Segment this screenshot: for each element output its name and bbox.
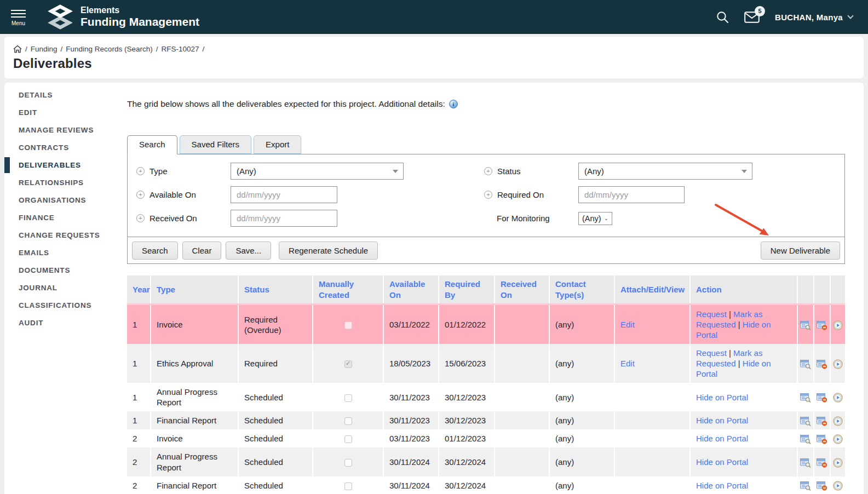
manually-created-checkbox[interactable] (344, 482, 352, 490)
open-record-icon[interactable] (800, 434, 811, 444)
sidebar-item-edit[interactable]: EDIT (4, 104, 127, 121)
column-header-required-by[interactable]: Required By (439, 275, 495, 305)
menu-button[interactable]: Menu (11, 8, 26, 26)
open-record-icon[interactable] (800, 359, 811, 369)
hide-on-portal-link[interactable]: Hide on Portal (696, 416, 748, 425)
remove-record-icon[interactable] (817, 359, 827, 369)
sidebar-item-audit[interactable]: AUDIT (4, 314, 127, 331)
sidebar-item-contracts[interactable]: CONTRACTS (4, 139, 127, 156)
hide-on-portal-link[interactable]: Hide on Portal (696, 457, 748, 467)
messages-button[interactable]: 5 (744, 12, 760, 23)
sidebar-nav: DETAILSEDITMANAGE REVIEWSCONTRACTSDELIVE… (4, 83, 127, 494)
brand[interactable]: Elements Funding Management (48, 4, 199, 30)
breadcrumb-funding-records[interactable]: Funding Records (Search) (66, 45, 152, 53)
sidebar-item-manage-reviews[interactable]: MANAGE REVIEWS (4, 122, 127, 139)
sidebar-item-documents[interactable]: DOCUMENTS (4, 262, 127, 279)
open-record-icon[interactable] (800, 416, 811, 426)
select-caret-icon: ⌄ (604, 215, 608, 221)
sidebar-item-emails[interactable]: EMAILS (4, 244, 127, 261)
hide-on-portal-link[interactable]: Hide on Portal (696, 393, 748, 402)
manually-created-checkbox[interactable] (344, 459, 352, 467)
edit-link[interactable]: Edit (620, 320, 635, 329)
search-button[interactable] (716, 11, 729, 24)
type-filter-dropdown[interactable]: (Any) (231, 163, 404, 180)
table-header-row: YearTypeStatusManually CreatedAvailable … (127, 275, 845, 305)
for-monitoring-select[interactable]: (Any) ⌄ (578, 212, 612, 225)
info-icon[interactable]: i (449, 100, 458, 108)
required-on-input[interactable] (578, 186, 685, 203)
history-icon[interactable] (833, 481, 843, 491)
manually-created-checkbox[interactable] (344, 360, 352, 368)
column-header-available-on[interactable]: Available On (383, 275, 439, 305)
sidebar-item-details[interactable]: DETAILS (4, 87, 127, 104)
hide-on-portal-link[interactable]: Hide on Portal (696, 481, 748, 490)
received-on-input[interactable] (231, 210, 337, 227)
hide-on-portal-link[interactable]: Hide on Portal (696, 434, 748, 443)
home-icon[interactable] (13, 45, 22, 53)
column-header-year[interactable]: Year (127, 275, 151, 305)
status-filter-dropdown[interactable]: (Any) (578, 163, 752, 180)
sidebar-item-organisations[interactable]: ORGANISATIONS (4, 192, 127, 209)
tab-saved-filters[interactable]: Saved Filters (180, 135, 252, 154)
breadcrumb-record-id[interactable]: RFS-10027 (161, 45, 199, 53)
breadcrumb-funding[interactable]: Funding (31, 45, 58, 53)
sidebar-item-relationships[interactable]: RELATIONSHIPS (4, 174, 127, 191)
sidebar-item-finance[interactable]: FINANCE (4, 209, 127, 226)
expand-received-on-filter-icon[interactable]: + (136, 214, 145, 222)
history-icon[interactable] (833, 458, 843, 468)
clear-button[interactable]: Clear (182, 242, 222, 260)
search-submit-button[interactable]: Search (132, 242, 178, 260)
manually-created-checkbox[interactable] (344, 394, 352, 402)
column-header-received-on[interactable]: Received On (495, 275, 549, 305)
sidebar-item-classifications[interactable]: CLASSIFICATIONS (4, 297, 127, 314)
history-icon[interactable] (833, 434, 843, 444)
remove-record-icon[interactable] (817, 393, 827, 403)
tab-export[interactable]: Export (254, 135, 301, 154)
expand-status-filter-icon[interactable]: + (484, 167, 492, 175)
remove-record-icon[interactable] (817, 434, 827, 444)
history-icon[interactable] (833, 393, 843, 403)
open-record-icon[interactable] (800, 393, 811, 403)
available-on-filter-label-row: + Available On (136, 190, 231, 199)
tab-search[interactable]: Search (127, 135, 177, 154)
column-header-status[interactable]: Status (238, 275, 313, 305)
remove-record-icon[interactable] (817, 481, 827, 491)
open-record-icon[interactable] (800, 320, 811, 330)
sidebar-item-journal[interactable]: JOURNAL (4, 279, 127, 296)
history-icon[interactable] (833, 416, 843, 426)
user-menu[interactable]: BUCHAN, Manya (775, 13, 853, 22)
column-header-contact-type-s[interactable]: Contact Type(s) (549, 275, 614, 305)
request-link[interactable]: Request (696, 348, 727, 358)
cell-history-icon (830, 429, 845, 447)
expand-required-on-filter-icon[interactable]: + (484, 191, 492, 199)
manually-created-checkbox[interactable] (344, 417, 352, 425)
column-header-manually-created[interactable]: Manually Created (313, 275, 383, 305)
remove-record-icon[interactable] (817, 416, 827, 426)
remove-record-icon[interactable] (817, 458, 827, 468)
new-deliverable-button[interactable]: New Deliverable (761, 242, 840, 260)
regenerate-schedule-button[interactable]: Regenerate Schedule (279, 242, 378, 260)
manually-created-checkbox[interactable] (344, 321, 352, 329)
expand-type-filter-icon[interactable]: + (136, 167, 145, 175)
column-header-attach-edit-view[interactable]: Attach/Edit/View (614, 275, 690, 305)
cell-attach-edit-view (614, 411, 690, 429)
main-card: DETAILSEDITMANAGE REVIEWSCONTRACTSDELIVE… (4, 83, 864, 494)
cell-type: Financial Report (151, 476, 238, 494)
manually-created-checkbox[interactable] (344, 435, 352, 443)
request-link[interactable]: Request (696, 309, 727, 319)
column-header-action[interactable]: Action (690, 275, 797, 305)
history-icon[interactable] (833, 320, 843, 330)
history-icon[interactable] (833, 359, 843, 369)
remove-record-icon[interactable] (817, 320, 827, 330)
available-on-input[interactable] (231, 186, 337, 203)
cell-received-on (495, 411, 549, 429)
open-record-icon[interactable] (800, 481, 811, 491)
received-on-filter-label: Received On (150, 214, 197, 223)
open-record-icon[interactable] (800, 458, 811, 468)
sidebar-item-deliverables[interactable]: DELIVERABLES (4, 157, 127, 174)
column-header-type[interactable]: Type (151, 275, 238, 305)
edit-link[interactable]: Edit (620, 359, 635, 368)
save-button[interactable]: Save... (226, 242, 271, 260)
expand-available-on-filter-icon[interactable]: + (136, 191, 145, 199)
sidebar-item-change-requests[interactable]: CHANGE REQUESTS (4, 227, 127, 244)
